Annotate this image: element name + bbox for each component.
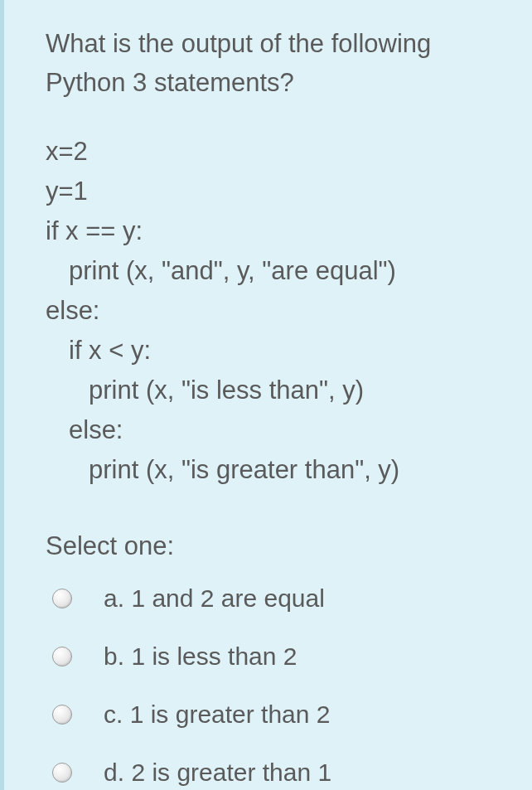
radio-button-d[interactable] bbox=[52, 763, 72, 783]
option-c[interactable]: c. 1 is greater than 2 bbox=[52, 700, 507, 729]
option-text: 1 and 2 are equal bbox=[131, 584, 325, 612]
code-line: else: bbox=[46, 410, 507, 450]
option-label: c. 1 is greater than 2 bbox=[104, 700, 331, 729]
radio-button-b[interactable] bbox=[52, 647, 72, 666]
option-text: 2 is greater than 1 bbox=[131, 758, 331, 786]
option-b[interactable]: b. 1 is less than 2 bbox=[52, 642, 507, 671]
code-line: print (x, "is greater than", y) bbox=[46, 450, 507, 490]
code-line: y=1 bbox=[46, 172, 507, 211]
code-line: else: bbox=[46, 291, 507, 331]
option-a[interactable]: a. 1 and 2 are equal bbox=[52, 584, 507, 613]
quiz-container: What is the output of the following Pyth… bbox=[0, 0, 532, 790]
radio-button-a[interactable] bbox=[52, 589, 72, 608]
option-text: 1 is greater than 2 bbox=[130, 700, 331, 728]
code-line: if x == y: bbox=[46, 211, 507, 251]
option-letter: d. bbox=[104, 758, 124, 786]
select-one-label: Select one: bbox=[46, 531, 507, 561]
code-block: x=2 y=1 if x == y: print (x, "and", y, "… bbox=[46, 132, 507, 490]
option-d[interactable]: d. 2 is greater than 1 bbox=[52, 758, 507, 787]
radio-button-c[interactable] bbox=[52, 705, 72, 725]
code-line: print (x, "is less than", y) bbox=[46, 371, 507, 410]
options-list: a. 1 and 2 are equal b. 1 is less than 2… bbox=[46, 584, 507, 787]
option-label: b. 1 is less than 2 bbox=[104, 642, 297, 671]
question-text: What is the output of the following Pyth… bbox=[46, 25, 507, 102]
option-letter: c. bbox=[104, 700, 123, 728]
option-label: a. 1 and 2 are equal bbox=[104, 584, 325, 613]
option-letter: a. bbox=[104, 584, 124, 612]
code-line: x=2 bbox=[46, 132, 507, 172]
code-line: if x < y: bbox=[46, 331, 507, 371]
option-text: 1 is less than 2 bbox=[131, 642, 297, 670]
option-letter: b. bbox=[104, 642, 124, 670]
code-line: print (x, "and", y, "are equal") bbox=[46, 251, 507, 291]
option-label: d. 2 is greater than 1 bbox=[104, 758, 331, 787]
